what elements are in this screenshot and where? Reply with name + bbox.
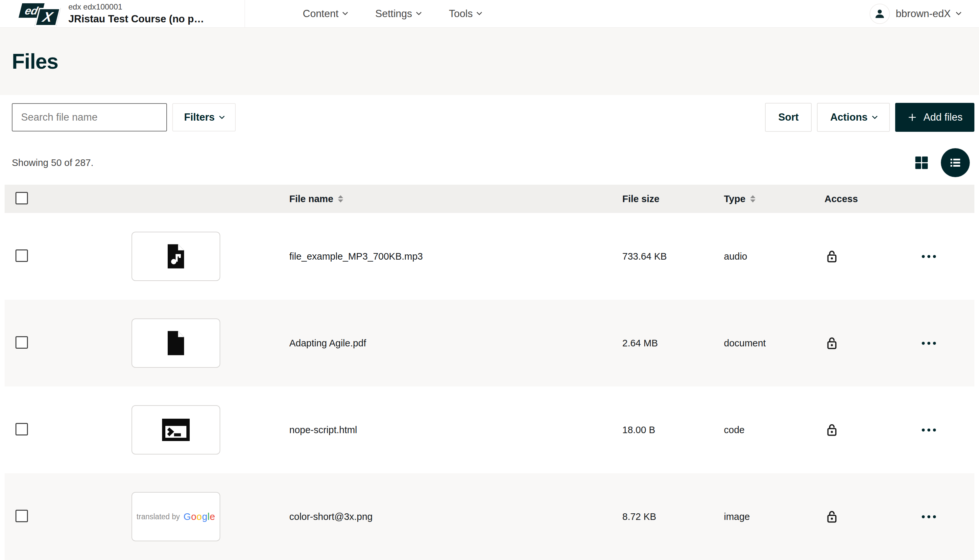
grid-view-icon — [913, 155, 930, 171]
nav-item-settings[interactable]: Settings — [375, 8, 421, 20]
file-name-header-label: File name — [289, 193, 334, 204]
filters-button[interactable]: Filters — [172, 103, 236, 132]
file-type-cell: document — [719, 338, 820, 349]
access-lock-button[interactable] — [824, 335, 840, 351]
table-row: nope-script.html 18.00 B code — [5, 387, 974, 473]
plus-icon — [907, 112, 917, 123]
column-header-file-name[interactable]: File name — [285, 193, 618, 204]
actions-label: Actions — [830, 112, 867, 123]
file-size-cell: 733.64 KB — [618, 251, 719, 262]
edx-logo-text-ed: ed — [24, 5, 40, 16]
user-menu[interactable]: bbrown-edX — [869, 0, 979, 27]
file-type-cell: code — [719, 425, 820, 435]
person-icon — [873, 7, 886, 20]
summary-row: Showing 50 of 287. — [0, 148, 979, 177]
top-nav-bar: ed X edx edx100001 JRistau Test Course (… — [0, 0, 979, 28]
page-title: Files — [12, 49, 58, 73]
sort-label: Sort — [778, 112, 799, 123]
nav-settings-label: Settings — [375, 8, 412, 20]
table-header-row: File name File size Type Access — [5, 185, 974, 213]
table-row: file_example_MP3_700KB.mp3 733.64 KB aud… — [5, 213, 974, 300]
toolbar: Filters Sort Actions Add files — [0, 103, 979, 132]
thumbnail-caption: translated by — [137, 512, 180, 521]
file-thumbnail — [132, 232, 220, 281]
chevron-down-icon — [956, 10, 962, 15]
sort-button[interactable]: Sort — [765, 103, 812, 132]
row-checkbox[interactable] — [15, 336, 28, 349]
type-header-label: Type — [724, 193, 746, 204]
google-logo: Google — [183, 512, 215, 522]
chevron-down-icon — [342, 10, 348, 15]
showing-count-text: Showing 50 of 287. — [12, 157, 93, 168]
select-all-checkbox[interactable] — [15, 192, 28, 204]
page-header-band: Files — [0, 28, 979, 95]
nav-content-label: Content — [303, 8, 339, 20]
access-lock-button[interactable] — [824, 509, 840, 524]
search-input[interactable] — [12, 103, 167, 132]
table-row: Adapting Agile.pdf 2.64 MB document — [5, 300, 974, 387]
column-header-access: Access — [820, 193, 883, 204]
chevron-down-icon — [219, 113, 225, 119]
username-label: bbrown-edX — [896, 8, 951, 20]
file-name-cell: nope-script.html — [285, 425, 618, 435]
view-toggles — [912, 148, 970, 177]
file-size-header-label: File size — [622, 193, 659, 204]
edx-logo-text-x: X — [42, 10, 54, 24]
list-view-button[interactable] — [941, 148, 970, 177]
file-size-cell: 2.64 MB — [618, 338, 719, 349]
file-size-cell: 8.72 KB — [618, 512, 719, 522]
nav-tools-label: Tools — [449, 8, 473, 20]
edx-logo-icon: ed X — [20, 1, 59, 27]
toolbar-right-actions: Sort Actions Add files — [765, 103, 974, 132]
row-checkbox[interactable] — [15, 510, 28, 522]
course-org-number: edx edx100001 — [68, 2, 204, 12]
files-table: File name File size Type Access — [5, 185, 974, 560]
nav-item-tools[interactable]: Tools — [449, 8, 481, 20]
more-actions-button[interactable] — [922, 515, 936, 518]
ellipsis-icon — [922, 342, 925, 345]
chevron-down-icon — [416, 10, 422, 15]
more-actions-button[interactable] — [922, 428, 936, 432]
sort-arrows-icon — [750, 195, 756, 202]
add-files-label: Add files — [924, 112, 962, 123]
avatar — [869, 3, 890, 24]
lock-open-icon — [824, 249, 840, 264]
sort-arrows-icon — [338, 195, 343, 202]
more-actions-button[interactable] — [922, 255, 936, 258]
more-actions-button[interactable] — [922, 342, 936, 345]
access-header-label: Access — [824, 193, 858, 204]
row-checkbox[interactable] — [15, 250, 28, 262]
access-lock-button[interactable] — [824, 422, 840, 437]
table-row: translated by Google color-short@3x.png … — [5, 473, 974, 560]
file-size-cell: 18.00 B — [618, 425, 719, 435]
column-header-file-size: File size — [618, 193, 719, 204]
filters-label: Filters — [184, 112, 215, 123]
terminal-icon — [160, 417, 192, 443]
file-thumbnail — [132, 405, 220, 455]
document-file-icon — [162, 328, 190, 358]
audio-file-icon — [162, 242, 190, 271]
file-type-cell: audio — [719, 251, 820, 262]
ellipsis-icon — [922, 428, 925, 432]
course-lockup[interactable]: ed X edx edx100001 JRistau Test Course (… — [0, 0, 245, 27]
list-view-icon — [948, 155, 962, 170]
file-name-cell: Adapting Agile.pdf — [285, 338, 618, 349]
lock-open-icon — [824, 509, 840, 524]
course-title: JRistau Test Course (no p… — [68, 13, 204, 25]
lock-open-icon — [824, 422, 840, 437]
course-meta: edx edx100001 JRistau Test Course (no p… — [68, 2, 204, 25]
grid-view-button[interactable] — [912, 154, 931, 172]
lock-open-icon — [824, 335, 840, 351]
column-header-type[interactable]: Type — [719, 193, 820, 204]
actions-button[interactable]: Actions — [817, 103, 890, 132]
ellipsis-icon — [922, 255, 925, 258]
file-name-cell: color-short@3x.png — [285, 512, 618, 522]
nav-item-content[interactable]: Content — [303, 8, 347, 20]
file-type-cell: image — [719, 512, 820, 522]
row-checkbox[interactable] — [15, 423, 28, 435]
access-lock-button[interactable] — [824, 249, 840, 264]
file-name-cell: file_example_MP3_700KB.mp3 — [285, 251, 618, 262]
add-files-button[interactable]: Add files — [895, 103, 974, 132]
chevron-down-icon — [476, 10, 482, 15]
file-thumbnail — [132, 318, 220, 368]
